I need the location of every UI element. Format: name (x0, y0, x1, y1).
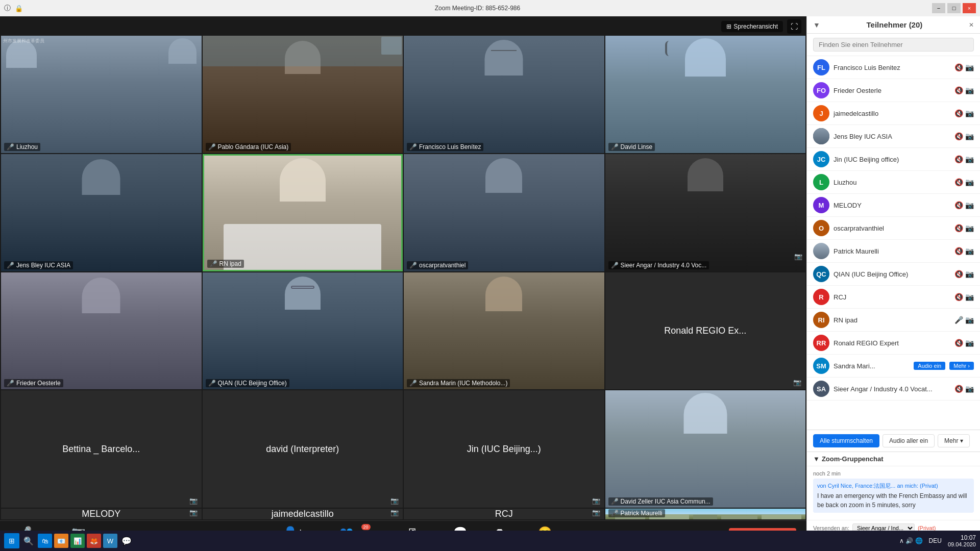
audio-active-badge[interactable]: Audio ein (914, 362, 945, 370)
list-item[interactable]: R RCJ 🔇 📷 (807, 286, 980, 309)
participant-name-m: MELODY (834, 202, 950, 209)
mute-icon-jc: 🔇 (954, 155, 963, 163)
cell-name-9: 🎤 Frieder Oesterle (4, 379, 63, 387)
video-icon-jc: 📷 (965, 155, 974, 163)
list-item[interactable]: J jaimedelcastillo 🔇 📷 (807, 102, 980, 125)
panel-header: ▼ Teilnehmer (20) ✕ (807, 16, 980, 34)
list-item[interactable]: RI RN ipad 🎤 📷 (807, 309, 980, 332)
audio-all-button[interactable]: Audio aller ein (883, 434, 935, 447)
avatar-sm: SM (813, 358, 829, 374)
start-button[interactable]: ⊞ (4, 533, 19, 548)
cell-name-2: 🎤 Pablo Gándara (IUC Asia) (206, 143, 291, 151)
video-cell-7[interactable]: 🎤 oscarpratvanthiel (404, 154, 604, 271)
minimize-button[interactable]: − (932, 3, 945, 13)
speaker-view-button[interactable]: ⊞ Sprecheransicht (721, 21, 783, 32)
participant-name-j: jaimedelcastillo (834, 110, 950, 117)
list-item[interactable]: JC Jin (IUC Beijing office) 🔇 📷 (807, 148, 980, 171)
list-item[interactable]: Jens Bley IUC ASIA 🔇 📷 (807, 125, 980, 148)
list-item[interactable]: L Liuzhou 🔇 📷 (807, 171, 980, 194)
avatar-rr: RR (813, 335, 829, 351)
panel-collapse-icon[interactable]: ▼ (813, 21, 820, 29)
video-cell-15[interactable]: Jin (IUC Beijing...) 📷 (404, 390, 604, 508)
taskbar-wechat-icon[interactable]: 💬 (119, 534, 134, 548)
avatar-r: R (813, 289, 829, 305)
video-cell-20[interactable]: 🎤 Patrick Maurelli (605, 509, 806, 519)
participant-name-r: RCJ (834, 293, 950, 301)
list-item[interactable]: Patrick Maurelli 🔇 📷 (807, 240, 980, 263)
video-cell-2[interactable]: 🎤 Pablo Gándara (IUC Asia) (203, 36, 403, 153)
titlebar: ⓘ 🔒 Zoom Meeting-ID: 885-652-986 − □ × (0, 0, 980, 16)
close-button[interactable]: × (963, 3, 976, 13)
avatar-fo: FO (813, 82, 829, 98)
video-icon-jb: 📷 (965, 132, 974, 140)
more-badge-sm[interactable]: Mehr › (949, 362, 974, 370)
participant-name-pm: Patrick Maurelli (834, 247, 950, 255)
panel-close-icon[interactable]: ✕ (969, 21, 974, 29)
video-icon-ri: 📷 (965, 316, 974, 324)
list-item[interactable]: QC QIAN (IUC Beijing Office) 🔇 📷 (807, 263, 980, 286)
participants-list: FL Francisco Luis Benitez 🔇 📷 FO Frieder… (807, 56, 980, 430)
video-icon-l: 📷 (965, 178, 974, 186)
video-cell-6[interactable]: 🎤 RN ipad (203, 154, 403, 271)
video-cell-1[interactable]: 州市发展和改革委员 🎤 Liuzhou (1, 36, 202, 153)
cell-name-4: 🎤 David Linse (608, 143, 655, 151)
camera-off-icon-8: 📷 (794, 253, 802, 260)
video-cell-14[interactable]: david (Interpreter) 📷 (203, 390, 403, 508)
video-cell-9[interactable]: 🎤 Frieder Oesterle (1, 272, 202, 390)
video-cell-16[interactable]: 🎤 David Zeller IUC Asia Commun... (605, 390, 806, 508)
video-cell-3[interactable]: 🎤 Francisco Luis Benítez (404, 36, 604, 153)
participant-name-l: Liuzhou (834, 179, 950, 186)
chevron-chat-icon[interactable]: ▼ (813, 455, 820, 463)
video-cell-4[interactable]: 🎤 David Linse (605, 36, 806, 153)
mic-icon-8: 🎤 (611, 262, 619, 269)
mute-icon-m: 🔇 (954, 201, 963, 209)
taskbar-excel-icon[interactable]: 📊 (70, 534, 85, 548)
video-cell-19[interactable]: RCJ 📷 (404, 509, 604, 519)
video-cell-10[interactable]: 🎤 QIAN (IUC Beijing Office) (203, 272, 403, 390)
list-item[interactable]: SA Sieer Angar / Industry 4.0 Vocat... 🔇… (807, 378, 980, 400)
cell-name-13: Bettina _ Barcelo... (62, 444, 140, 455)
cell-name-18: jaimedelcastillo (272, 509, 334, 519)
system-tray: ∧ 🔊 🌐 (899, 537, 923, 544)
mic-icon-6: 🎤 (210, 260, 217, 267)
taskbar-store-icon[interactable]: 🛍 (38, 534, 52, 548)
avatar-jb (813, 128, 829, 144)
video-cell-11[interactable]: 🎤 Sandra Marin (IUC Methodolo...) (404, 272, 604, 390)
video-cell-17[interactable]: MELODY 📷 (1, 509, 202, 519)
chat-message-1: von Cyril Nice, France:法国尼... an mich: (… (813, 479, 974, 513)
mute-icon-ri: 🎤 (954, 316, 963, 324)
list-item[interactable]: RR Ronald REGIO Expert 🔇 📷 (807, 332, 980, 355)
avatar-o: O (813, 220, 829, 236)
list-item[interactable]: M MELODY 🔇 📷 (807, 194, 980, 217)
search-taskbar-button[interactable]: 🔍 (21, 534, 36, 548)
more-options-button[interactable]: Mehr ▾ (938, 434, 970, 447)
taskbar-word-icon[interactable]: W (103, 534, 117, 548)
video-cell-8[interactable]: 📷 🎤 Sieer Angar / Industry 4.0 Voc... (605, 154, 806, 271)
list-item[interactable]: FO Frieder Oesterle 🔇 📷 (807, 79, 980, 102)
list-item[interactable]: O oscarpratvanthiel 🔇 📷 (807, 217, 980, 240)
cell-name-11: 🎤 Sandra Marin (IUC Methodolo...) (407, 379, 510, 387)
video-cell-5[interactable]: 🎤 Jens Bley IUC ASIA (1, 154, 202, 271)
video-cell-13[interactable]: Bettina _ Barcelo... 📷 (1, 390, 202, 508)
taskbar-outlook-icon[interactable]: 📧 (54, 534, 68, 548)
mute-icon-sa: 🔇 (954, 385, 963, 393)
video-icon-j: 📷 (965, 109, 974, 117)
cell-name-1: 🎤 Liuzhou (4, 143, 40, 151)
video-cell-12[interactable]: Ronald REGIO Ex... 📷 (605, 272, 806, 390)
participant-name-rr: Ronald REGIO Expert (834, 339, 950, 347)
search-input[interactable] (813, 38, 974, 52)
list-item[interactable]: FL Francisco Luis Benitez 🔇 📷 (807, 56, 980, 79)
mute-all-button[interactable]: Alle stummschalten (813, 434, 879, 447)
fullscreen-button[interactable]: ⛶ (787, 19, 801, 34)
chat-timer: noch 2 min (813, 470, 974, 477)
video-cell-18[interactable]: jaimedelcastillo 📷 (203, 509, 403, 519)
cell-name-17: MELODY (82, 509, 120, 519)
video-icon-pm: 📷 (965, 247, 974, 255)
tray-icons: ∧ 🔊 🌐 (899, 537, 923, 544)
info-icon[interactable]: ⓘ (4, 4, 11, 13)
list-item[interactable]: SM Sandra Mari... Audio ein Mehr › (807, 355, 980, 378)
maximize-button[interactable]: □ (947, 3, 961, 13)
mic-icon-11: 🎤 (409, 380, 417, 387)
taskbar-firefox-icon[interactable]: 🦊 (87, 534, 101, 548)
mute-icon-j: 🔇 (954, 109, 963, 117)
